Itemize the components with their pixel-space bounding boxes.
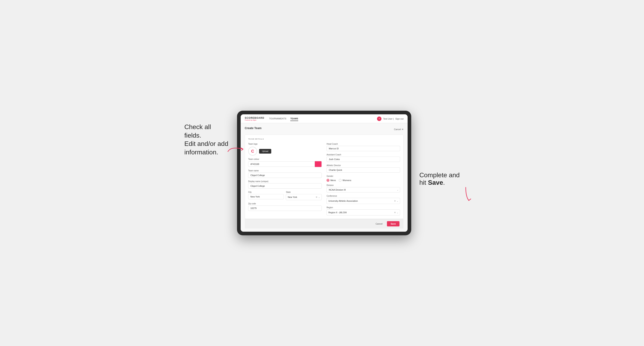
gender-group: Gender Mens Womens: [326, 175, 400, 182]
user-name: Test User |: [383, 118, 394, 120]
conference-value: University Athletic Association: [328, 200, 393, 202]
region-select-field[interactable]: Region II - (M) DIII ✕ ⌄: [326, 209, 400, 215]
nav-links: TOURNAMENTS TEAMS: [269, 117, 377, 121]
form-grid: Team logo C Upload Team colo: [248, 143, 400, 215]
womens-label: Womens: [342, 179, 351, 181]
page-header-bar: Create Team Cancel ✕: [245, 127, 404, 132]
region-controls: ✕ ⌄: [394, 211, 398, 214]
colour-swatch[interactable]: [315, 161, 322, 167]
right-column: Head Coach Assistant Coach Athletic Dire…: [326, 143, 400, 215]
mens-label: Mens: [330, 179, 336, 181]
logo-preview-area: C Upload: [248, 147, 322, 156]
colour-input-wrapper: [248, 161, 322, 167]
state-controls: ✕ ⌄: [316, 196, 320, 198]
assistant-coach-group: Assistant Coach: [326, 154, 400, 162]
division-label: Division: [326, 184, 400, 186]
gender-label: Gender: [326, 175, 400, 177]
city-state-row: City State New York ✕: [248, 191, 322, 200]
region-group: Region Region II - (M) DIII ✕ ⌄: [326, 206, 400, 215]
team-colour-input[interactable]: [248, 162, 315, 167]
team-name-label: Team name: [248, 170, 322, 172]
team-logo-label: Team logo: [248, 143, 322, 145]
nav-teams[interactable]: TEAMS: [290, 117, 298, 121]
state-clear-icon[interactable]: ✕: [316, 196, 318, 198]
state-select-field[interactable]: New York ✕ ⌄: [286, 194, 322, 200]
instruction-right-line2-bold: Save: [428, 179, 443, 186]
logo-circle: C: [248, 147, 257, 156]
team-colour-label: Team colour: [248, 158, 322, 160]
conference-controls: ✕ ⌄: [394, 200, 398, 202]
athletic-director-label: Athletic Director: [326, 164, 400, 167]
left-arrow-icon: [227, 145, 245, 153]
gender-mens-option[interactable]: Mens: [326, 179, 336, 182]
conference-label: Conference: [326, 195, 400, 197]
region-clear-icon[interactable]: ✕: [394, 211, 396, 214]
header-cancel-label: Cancel: [394, 128, 401, 131]
conference-clear-icon[interactable]: ✕: [394, 200, 396, 202]
state-group: State New York ✕ ⌄: [286, 191, 322, 200]
upload-button[interactable]: Upload: [259, 149, 271, 154]
logo-area: SCOREBOARD Powered by clippd: [245, 117, 264, 121]
instruction-line3: information.: [184, 149, 218, 156]
assistant-coach-label: Assistant Coach: [326, 154, 400, 156]
head-coach-label: Head Coach: [326, 143, 400, 145]
head-coach-group: Head Coach: [326, 143, 400, 151]
cancel-button[interactable]: Cancel: [373, 221, 385, 226]
instruction-right-line2-end: .: [443, 179, 445, 186]
nav-tournaments[interactable]: TOURNAMENTS: [269, 117, 286, 121]
athletic-director-group: Athletic Director: [326, 164, 400, 173]
left-column: Team logo C Upload Team colo: [248, 143, 322, 215]
region-label: Region: [326, 206, 400, 209]
head-coach-input[interactable]: [326, 146, 400, 151]
city-label: City: [248, 191, 284, 193]
save-button[interactable]: Save: [387, 221, 400, 226]
athletic-director-input[interactable]: [326, 167, 400, 173]
zip-label: Zip code: [248, 202, 322, 205]
womens-radio-dot[interactable]: [339, 179, 342, 182]
division-select[interactable]: NCAA Division III: [326, 187, 400, 192]
form-card: TEAM DETAILS Team logo C: [245, 135, 404, 219]
page-title: Create Team: [245, 127, 262, 130]
assistant-coach-input[interactable]: [326, 157, 400, 162]
header-cancel-btn[interactable]: Cancel ✕: [394, 128, 404, 131]
state-value: New York: [288, 196, 314, 198]
zip-input[interactable]: [248, 205, 322, 211]
conference-chevron-icon: ⌄: [397, 200, 398, 202]
display-name-input[interactable]: [248, 183, 322, 188]
signout-link[interactable]: Sign out: [396, 118, 404, 120]
instruction-line2: Edit and/or add: [184, 140, 228, 147]
instructions-right: Complete and hit Save.: [419, 172, 460, 186]
conference-select-field[interactable]: University Athletic Association ✕ ⌄: [326, 198, 400, 204]
zip-group: Zip code: [248, 202, 322, 211]
mens-radio-dot[interactable]: [326, 179, 330, 182]
right-arrow-icon: [460, 186, 472, 202]
division-select-wrapper: NCAA Division III ⌄: [326, 187, 400, 192]
team-name-input[interactable]: [248, 173, 322, 178]
city-input[interactable]: [248, 194, 284, 199]
footer-bar: Cancel Save: [245, 219, 404, 228]
tablet-screen: SCOREBOARD Powered by clippd TOURNAMENTS…: [241, 114, 408, 232]
gender-radio-group: Mens Womens: [326, 179, 400, 182]
instructions-left: Check all fields. Edit and/or add inform…: [184, 123, 229, 157]
gender-womens-option[interactable]: Womens: [339, 179, 351, 182]
logo-sub: Powered by clippd: [245, 119, 264, 121]
nav-right: T Test User | Sign out: [377, 117, 404, 121]
logo-letter: C: [251, 149, 254, 154]
display-name-label: Display name (unique): [248, 180, 322, 182]
division-group: Division NCAA Division III ⌄: [326, 184, 400, 192]
region-chevron-icon: ⌄: [397, 211, 398, 214]
region-value: Region II - (M) DIII: [328, 211, 393, 214]
team-colour-group: Team colour: [248, 158, 322, 167]
conference-group: Conference University Athletic Associati…: [326, 195, 400, 204]
city-group: City: [248, 191, 284, 200]
content-area: Create Team Cancel ✕ TEAM DETAILS: [241, 123, 408, 232]
instruction-right-line1: Complete and: [419, 172, 460, 179]
team-logo-group: Team logo C Upload: [248, 143, 322, 156]
state-label: State: [286, 191, 322, 193]
logo-text: SCOREBOARD: [245, 117, 264, 119]
city-state-group: City State New York ✕: [248, 191, 322, 200]
close-icon: ✕: [402, 128, 404, 131]
state-chevron-icon: ⌄: [318, 196, 320, 198]
section-label: TEAM DETAILS: [248, 138, 400, 140]
user-avatar: T: [377, 117, 382, 121]
